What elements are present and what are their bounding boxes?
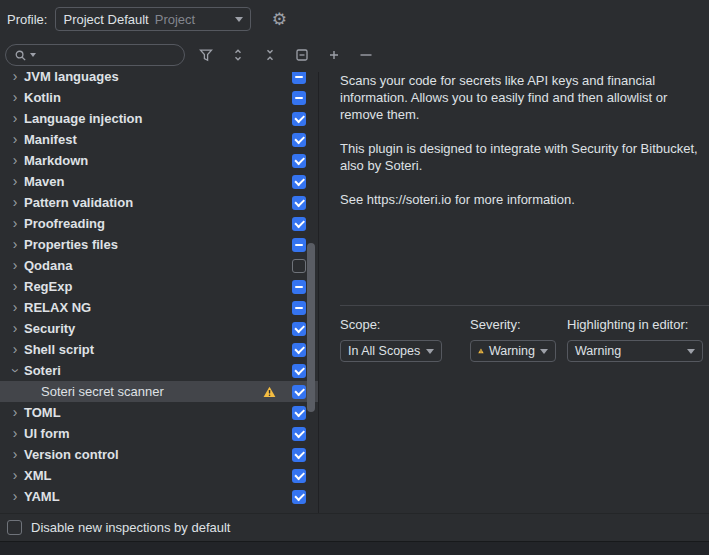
chevron-right-icon[interactable]: › xyxy=(6,255,24,276)
severity-select[interactable]: Warning xyxy=(470,340,556,362)
filter-button[interactable] xyxy=(195,44,217,66)
chevron-right-icon[interactable]: › xyxy=(6,297,24,318)
tree-item-checkbox[interactable] xyxy=(292,154,306,168)
chevron-right-icon[interactable]: › xyxy=(6,72,24,87)
expand-all-button[interactable] xyxy=(227,44,249,66)
tree-item-checkbox[interactable] xyxy=(292,385,306,399)
tree-item-checkbox[interactable] xyxy=(292,364,306,378)
tree-row[interactable]: ›Manifest xyxy=(0,129,318,150)
chevron-right-icon[interactable]: › xyxy=(6,192,24,213)
chevron-right-icon[interactable]: › xyxy=(6,213,24,234)
tree-row[interactable]: ›Security xyxy=(0,318,318,339)
chevron-right-icon[interactable]: › xyxy=(6,129,24,150)
search-icon xyxy=(14,49,27,62)
tree-row[interactable]: ›Markdown xyxy=(0,150,318,171)
tree-item-label: YAML xyxy=(24,489,60,504)
tree-item-checkbox[interactable] xyxy=(292,133,306,147)
warning-icon xyxy=(478,345,484,357)
tree-item-checkbox[interactable] xyxy=(292,112,306,126)
gear-icon: ⚙ xyxy=(272,11,287,28)
chevron-right-icon[interactable]: › xyxy=(6,339,24,360)
chevron-right-icon[interactable]: › xyxy=(6,87,24,108)
tree-item-checkbox[interactable] xyxy=(292,259,306,273)
scope-select[interactable]: In All Scopes xyxy=(340,340,442,362)
tree-row[interactable]: ›Properties files xyxy=(0,234,318,255)
window-bottom-edge xyxy=(0,541,709,555)
chevron-right-icon[interactable]: › xyxy=(6,423,24,444)
tree-item-checkbox[interactable] xyxy=(292,280,306,294)
expand-all-icon xyxy=(231,48,245,62)
tree-item-checkbox[interactable] xyxy=(292,427,306,441)
tree-item-label: Language injection xyxy=(24,111,142,126)
tree-item-label: Proofreading xyxy=(24,216,105,231)
tree-row[interactable]: ›YAML xyxy=(0,486,318,507)
tree-row[interactable]: ›JVM languages xyxy=(0,72,318,87)
tree-row[interactable]: ›Language injection xyxy=(0,108,318,129)
tree-row[interactable]: ›Maven xyxy=(0,171,318,192)
reset-button[interactable] xyxy=(291,44,313,66)
collapse-all-button[interactable] xyxy=(259,44,281,66)
tree-row[interactable]: ›UI form xyxy=(0,423,318,444)
tree-item-checkbox[interactable] xyxy=(292,175,306,189)
tree-item-checkbox[interactable] xyxy=(292,406,306,420)
profile-row: Profile: Project Default Project ⚙ xyxy=(0,0,709,38)
tree-row[interactable]: ›Soteri xyxy=(0,360,318,381)
tree-item-checkbox[interactable] xyxy=(292,343,306,357)
tree-item-checkbox[interactable] xyxy=(292,301,306,315)
inspection-tree: ›JVM languages›Kotlin›Language injection… xyxy=(0,72,318,507)
chevron-right-icon[interactable]: › xyxy=(6,444,24,465)
chevron-down-icon xyxy=(540,349,548,354)
tree-row[interactable]: ›TOML xyxy=(0,402,318,423)
tree-item-checkbox[interactable] xyxy=(292,322,306,336)
tree-scrollbar[interactable] xyxy=(307,243,315,412)
chevron-right-icon[interactable]: › xyxy=(6,276,24,297)
search-options-chevron-icon[interactable] xyxy=(30,53,36,57)
tree-item-checkbox[interactable] xyxy=(292,196,306,210)
chevron-right-icon[interactable]: › xyxy=(6,486,24,507)
tree-item-checkbox[interactable] xyxy=(292,217,306,231)
tree-row[interactable]: Soteri secret scanner xyxy=(0,381,318,402)
warning-icon xyxy=(263,386,276,398)
tree-item-checkbox[interactable] xyxy=(292,448,306,462)
chevron-down-icon xyxy=(235,17,243,22)
tree-row[interactable]: ›Proofreading xyxy=(0,213,318,234)
chevron-right-icon[interactable]: › xyxy=(6,465,24,486)
chevron-right-icon[interactable]: › xyxy=(6,402,24,423)
profile-settings-button[interactable]: ⚙ xyxy=(267,7,291,31)
tree-item-checkbox[interactable] xyxy=(292,91,306,105)
tree-item-checkbox[interactable] xyxy=(292,72,306,84)
tree-row[interactable]: ›RegExp xyxy=(0,276,318,297)
tree-item-checkbox[interactable] xyxy=(292,469,306,483)
tree-item-checkbox[interactable] xyxy=(292,490,306,504)
tree-row[interactable]: ›RELAX NG xyxy=(0,297,318,318)
add-button[interactable] xyxy=(323,44,345,66)
reset-icon xyxy=(295,48,309,62)
chevron-right-icon[interactable]: › xyxy=(6,171,24,192)
disable-new-inspections-checkbox[interactable] xyxy=(7,520,22,535)
tree-item-label: Manifest xyxy=(24,132,77,147)
tree-row[interactable]: ›Shell script xyxy=(0,339,318,360)
search-input[interactable] xyxy=(5,44,185,66)
chevron-right-icon[interactable]: › xyxy=(6,318,24,339)
tree-row[interactable]: ›Pattern validation xyxy=(0,192,318,213)
remove-button[interactable] xyxy=(355,44,377,66)
highlighting-label: Highlighting in editor: xyxy=(567,317,703,332)
tree-item-label: Kotlin xyxy=(24,90,61,105)
severity-group: Severity: Warning xyxy=(470,317,556,362)
profile-select[interactable]: Project Default Project xyxy=(55,7,251,31)
scope-label: Scope: xyxy=(340,317,442,332)
tree-item-label: Soteri xyxy=(24,363,61,378)
chevron-right-icon[interactable]: › xyxy=(6,108,24,129)
tree-row[interactable]: ›XML xyxy=(0,465,318,486)
tree-item-label: Pattern validation xyxy=(24,195,133,210)
tree-item-label: Shell script xyxy=(24,342,94,357)
tree-row[interactable]: ›Qodana xyxy=(0,255,318,276)
chevron-down-icon[interactable]: › xyxy=(5,362,26,380)
chevron-right-icon[interactable]: › xyxy=(6,150,24,171)
highlighting-select[interactable]: Warning xyxy=(567,340,703,362)
tree-item-label: UI form xyxy=(24,426,70,441)
chevron-right-icon[interactable]: › xyxy=(6,234,24,255)
tree-row[interactable]: ›Version control xyxy=(0,444,318,465)
tree-row[interactable]: ›Kotlin xyxy=(0,87,318,108)
tree-item-checkbox[interactable] xyxy=(292,238,306,252)
